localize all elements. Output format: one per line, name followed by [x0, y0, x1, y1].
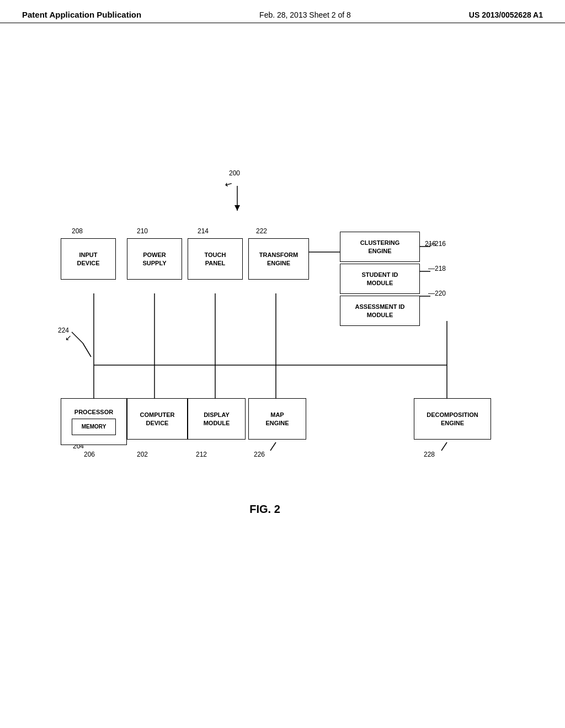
- ref-208: 208: [72, 227, 83, 235]
- box-input-device: INPUTDEVICE: [61, 238, 116, 280]
- diagram-area: 200 ↙ 208 INPUTDEVICE 210 POWERSUPPLY 21…: [0, 23, 565, 657]
- ref-210: 210: [137, 227, 148, 235]
- box-touch-panel: TOUCHPANEL: [188, 238, 243, 280]
- svg-line-19: [270, 442, 276, 451]
- box-display-module: DISPLAYMODULE: [188, 398, 246, 440]
- box-power-supply: POWERSUPPLY: [127, 238, 182, 280]
- ref-226: 226: [254, 451, 265, 458]
- page-header: Patent Application Publication Feb. 28, …: [0, 0, 565, 23]
- box-assessment-id: ASSESSMENT IDMODULE: [340, 296, 420, 326]
- box-computer-device: COMPUTERDEVICE: [127, 398, 188, 440]
- ref-202: 202: [137, 451, 148, 458]
- ref-218-arrow: —218: [428, 265, 446, 272]
- box-processor: PROCESSOR MEMORY: [61, 398, 127, 445]
- ref-200: 200: [229, 169, 240, 177]
- connector-lines: [0, 23, 565, 657]
- header-right: US 2013/0052628 A1: [469, 10, 543, 19]
- ref-222: 222: [256, 227, 267, 235]
- ref-224-arrow: ↙: [65, 333, 72, 342]
- ref-200-arrow: ↙: [223, 178, 234, 190]
- ref-216-arrow: —216: [428, 240, 446, 248]
- svg-line-20: [441, 442, 447, 451]
- ref-206: 206: [84, 451, 95, 458]
- box-memory: MEMORY: [72, 419, 116, 435]
- svg-line-17: [83, 343, 91, 357]
- header-left: Patent Application Publication: [22, 10, 141, 19]
- box-clustering-engine: CLUSTERINGENGINE: [340, 232, 420, 262]
- box-map-engine: MAPENGINE: [248, 398, 306, 440]
- box-decomp-engine: DECOMPOSITIONENGINE: [414, 398, 491, 440]
- svg-marker-1: [234, 205, 240, 211]
- svg-line-18: [72, 332, 83, 343]
- fig-caption: FIG. 2: [210, 503, 320, 516]
- ref-220-arrow: —220: [428, 290, 446, 297]
- ref-228: 228: [424, 451, 435, 458]
- box-transform-engine: TRANSFORMENGINE: [248, 238, 309, 280]
- ref-212: 212: [196, 451, 207, 458]
- ref-214: 214: [198, 227, 209, 235]
- box-student-id: STUDENT IDMODULE: [340, 264, 420, 294]
- header-center: Feb. 28, 2013 Sheet 2 of 8: [259, 10, 351, 19]
